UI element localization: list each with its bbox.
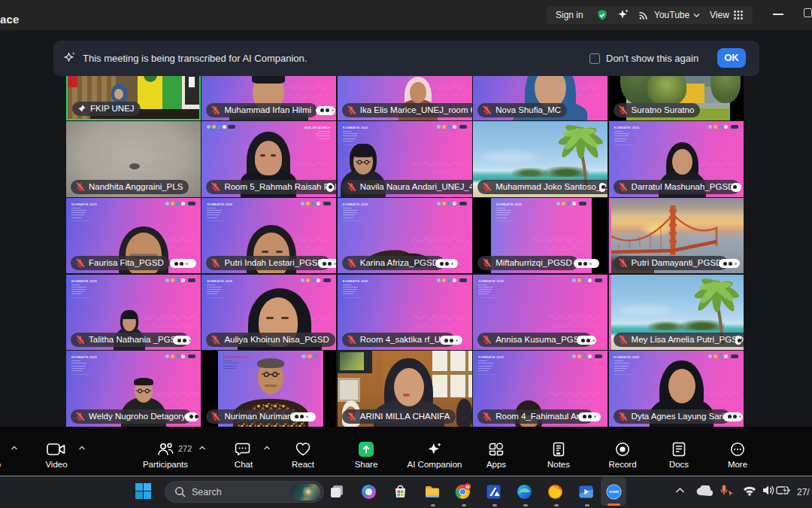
svg-text:M: M [466, 485, 470, 489]
svg-text:zoom: zoom [609, 489, 620, 494]
